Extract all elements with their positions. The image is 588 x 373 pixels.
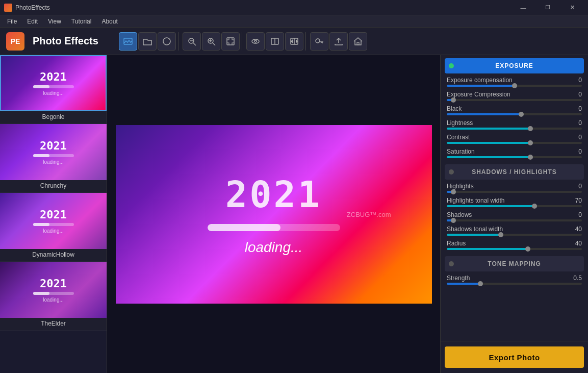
tool-group-image [117,32,178,51]
label-saturation: Saturation [447,148,475,155]
section-shadows-header: SHADOWS / HIGHLIGHTS [445,164,584,180]
label-black: Black [447,105,462,112]
canvas-loading-text: loading... [245,239,303,256]
app-logo: PE [6,32,24,51]
preset-chrunchy-thumb: 2021 loading... [0,124,107,180]
preset-year: 2021 [40,70,67,83]
control-exposure-comp: Exposure compensation 0 [441,76,588,90]
toolbar [117,32,369,51]
preset-begonie[interactable]: 2021 loading... Begonie [0,55,107,124]
preset-theelder-thumb: 2021 loading... [0,262,107,318]
tone-dot [449,261,454,266]
tool-open-folder[interactable] [138,32,157,51]
slider-shadows[interactable] [447,219,582,221]
menu-view[interactable]: View [43,17,66,26]
canvas-area: 2021 loading... ZCBUG™.com [107,55,440,373]
slider-lightness[interactable] [447,128,582,130]
control-exposure-comp2: Exposure Compression 0 [441,90,588,104]
right-panel: EXPOSURE Exposure compensation 0 Exposur… [440,55,588,373]
section-shadows-label: SHADOWS / HIGHLIGHTS [472,168,557,176]
menu-edit[interactable]: Edit [22,17,43,26]
tool-circle[interactable] [158,32,176,51]
preset-bar-2 [33,154,74,157]
tool-zoom-in[interactable] [202,32,220,51]
maximize-button[interactable]: ☐ [536,0,559,15]
slider-shadows-tonal[interactable] [447,234,582,236]
canvas-watermark: ZCBUG™.com [347,210,391,218]
svg-line-6 [213,43,215,45]
slider-strength[interactable] [447,283,582,285]
slider-saturation[interactable] [447,156,582,158]
window-controls: — ☐ ✕ [512,0,584,15]
title-bar-title: PhotoEffects [15,4,50,11]
label-exposure-comp2: Exposure Compression [447,91,510,98]
title-bar-left: PhotoEffects [4,4,50,12]
label-shadows: Shadows [447,211,472,218]
slider-highlights-tonal[interactable] [447,205,582,207]
minimize-button[interactable]: — [512,0,535,15]
slider-radius[interactable] [447,248,582,250]
tool-open-image[interactable] [119,32,137,51]
tool-split[interactable] [266,32,284,51]
preset-dynamichollow-label: DynamicHollow [0,249,107,261]
export-btn-container: Export Photo [441,341,588,373]
menu-file[interactable]: File [2,17,22,26]
tool-fit[interactable] [221,32,240,51]
tool-zoom-out[interactable] [183,32,201,51]
svg-rect-9 [227,38,234,45]
tool-group-misc [308,32,369,51]
label-highlights: Highlights [447,183,474,190]
close-button[interactable]: ✕ [560,0,584,15]
preset-bar-4 [33,292,74,295]
right-panel-scroll[interactable]: EXPOSURE Exposure compensation 0 Exposur… [441,55,588,341]
tool-key[interactable] [310,32,328,51]
main-layout: 2021 loading... Begonie 2021 loading... … [0,55,588,373]
preset-year-2: 2021 [40,139,67,152]
menu-tutorial[interactable]: Tutorial [66,17,97,26]
preset-year-3: 2021 [40,208,67,221]
preset-dynamichollow[interactable]: 2021 loading... DynamicHollow [0,193,107,262]
preset-chrunchy-label: Chrunchy [0,180,107,192]
preset-bar [33,85,74,88]
svg-point-11 [254,40,257,42]
preset-loading: loading... [43,90,64,96]
tool-upload[interactable] [329,32,348,51]
control-shadows-tonal: Shadows tonal width 40 [441,225,588,239]
menu-about[interactable]: About [96,17,122,26]
control-saturation: Saturation 0 [441,147,588,161]
exposure-dot [449,63,454,68]
value-exposure-comp: 0 [570,77,582,84]
slider-exposure-comp[interactable] [447,85,582,87]
slider-contrast[interactable] [447,142,582,144]
slider-exposure-comp2[interactable] [447,99,582,101]
shadows-dot [449,169,454,175]
value-black: 0 [570,105,582,112]
control-lightness: Lightness 0 [441,118,588,133]
label-contrast: Contrast [447,134,470,141]
label-strength: Strength [447,275,470,282]
tool-eye[interactable] [246,32,265,51]
label-highlights-tonal: Highlights tonal width [447,197,504,204]
tool-flip[interactable] [285,32,303,51]
sidebar: 2021 loading... Begonie 2021 loading... … [0,55,107,373]
slider-black[interactable] [447,113,582,115]
svg-line-3 [193,43,196,45]
preset-theelder[interactable]: 2021 loading... TheElder [0,262,107,331]
preset-chrunchy[interactable]: 2021 loading... Chrunchy [0,124,107,193]
label-radius: Radius [447,240,466,247]
value-exposure-comp2: 0 [570,91,582,98]
value-contrast: 0 [570,134,582,141]
menu-bar: File Edit View Tutorial About [0,15,588,28]
control-radius: Radius 40 [441,239,588,253]
export-photo-button[interactable]: Export Photo [445,346,584,368]
canvas-progress-fill [208,224,280,231]
canvas-image: 2021 loading... ZCBUG™.com [116,125,432,304]
value-lightness: 0 [570,119,582,127]
tool-home[interactable] [349,32,367,51]
control-highlights-tonal: Highlights tonal width 70 [441,196,588,210]
value-highlights-tonal: 70 [570,197,582,204]
control-shadows: Shadows 0 [441,210,588,225]
value-shadows-tonal: 40 [570,226,582,233]
slider-highlights[interactable] [447,191,582,193]
preset-begonie-thumb: 2021 loading... [0,55,107,111]
